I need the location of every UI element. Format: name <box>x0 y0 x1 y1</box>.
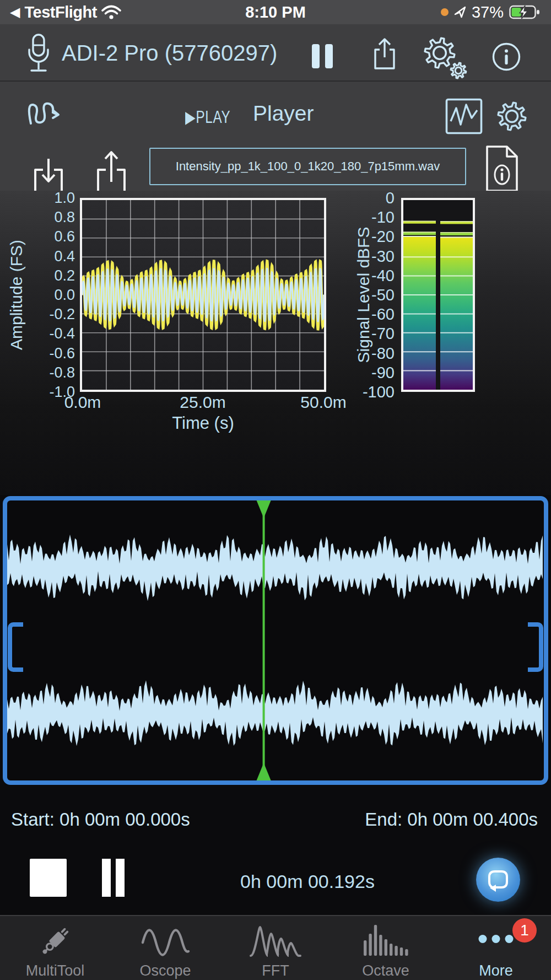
selection-end-time: End: 0h 00m 00.400s <box>365 809 538 830</box>
app-header: ADI-2 Pro (57760297) <box>0 24 551 82</box>
amplitude-chart <box>80 198 326 392</box>
tab-octave[interactable]: Octave <box>331 916 441 980</box>
loop-icon <box>485 866 511 893</box>
signal-generator-icon[interactable] <box>25 98 68 127</box>
share-icon[interactable] <box>370 37 399 71</box>
more-badge: 1 <box>512 918 537 943</box>
upload-file-icon[interactable] <box>94 150 129 195</box>
selection-start-handle[interactable] <box>8 622 23 672</box>
signalscope-player-screen: ◀ TestFlight 8:10 PM 37% <box>0 0 551 980</box>
pause-button[interactable] <box>102 859 126 897</box>
file-toolbar: Intensity_pp_1k_100_0_1k20_180_7p15mm.wa… <box>0 138 551 191</box>
info-icon[interactable] <box>491 42 521 72</box>
playback-position: 0h 00m 00.192s <box>197 871 418 892</box>
selection-start-time: Start: 0h 00m 00.000s <box>11 809 190 830</box>
charts-region: Amplitude (FS) 1.00.80.60.40.20.0-0.2-0.… <box>0 191 551 495</box>
tab-fft[interactable]: FFT <box>220 916 331 980</box>
battery-percent: 37% <box>472 3 504 21</box>
location-arrow-icon <box>454 6 466 18</box>
player-toolbar: ▶PLAY Player <box>0 82 551 138</box>
tab-oscope[interactable]: Oscope <box>110 916 220 980</box>
selection-end-handle[interactable] <box>528 622 543 672</box>
mic-in-use-dot <box>441 8 449 16</box>
stop-button[interactable] <box>30 859 67 897</box>
tab-more[interactable]: 1 More <box>441 916 551 980</box>
fft-peaks-icon <box>249 924 302 959</box>
carrier-label: TestFlight <box>24 3 96 21</box>
player-settings-gear-icon[interactable] <box>495 99 529 133</box>
player-title: Player <box>253 101 314 126</box>
input-device-mic-icon[interactable] <box>24 33 53 74</box>
tab-multitool[interactable]: MultiTool <box>0 916 110 980</box>
file-info-icon[interactable] <box>484 144 520 193</box>
time-axis-label: Time (s) <box>80 413 326 433</box>
play-status-badge: ▶PLAY <box>185 107 231 127</box>
loop-button[interactable] <box>476 858 520 902</box>
back-to-testflight[interactable]: ◀ TestFlight <box>10 0 121 24</box>
clock: 8:10 PM <box>220 0 331 24</box>
octave-bars-icon <box>360 924 411 958</box>
waveform-selection-view[interactable] <box>3 496 548 785</box>
status-indicators: 37% <box>441 0 541 24</box>
status-bar: ◀ TestFlight 8:10 PM 37% <box>0 0 551 24</box>
loaded-filename: Intensity_pp_1k_100_0_1k20_180_7p15mm.wa… <box>176 159 440 174</box>
multitool-icon <box>38 924 72 959</box>
loaded-file-field[interactable]: Intensity_pp_1k_100_0_1k20_180_7p15mm.wa… <box>149 148 466 185</box>
back-icon: ◀ <box>10 4 20 20</box>
oscope-sine-icon <box>140 924 191 958</box>
tab-bar: MultiTool Oscope FFT Octave 1 More <box>0 915 551 980</box>
settings-gears-icon[interactable] <box>422 34 468 79</box>
battery-charging-icon <box>509 4 541 20</box>
waveform-display-toggle-icon[interactable] <box>445 98 483 134</box>
device-title: ADI-2 Pro (57760297) <box>62 41 277 66</box>
pause-stream-button[interactable] <box>312 44 334 68</box>
more-dots-icon <box>479 935 514 943</box>
level-meter <box>401 198 475 392</box>
wifi-icon <box>101 5 121 20</box>
